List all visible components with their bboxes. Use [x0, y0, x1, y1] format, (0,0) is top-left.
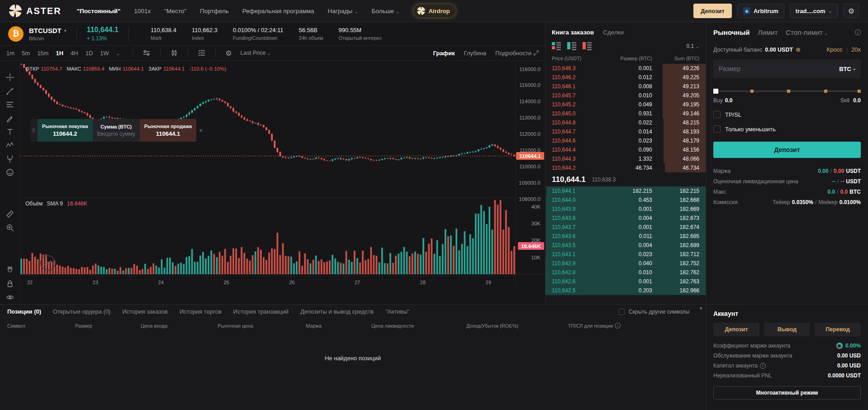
zoom-in-icon[interactable]	[3, 221, 17, 234]
drag-handle-icon[interactable]: ⣿	[30, 119, 38, 142]
eye-icon[interactable]	[3, 291, 17, 304]
size-slider[interactable]	[713, 88, 861, 94]
submit-deposit-button[interactable]: Депозит	[713, 142, 861, 158]
wallet-button[interactable]: trad....com ⌄	[790, 4, 838, 18]
positions-tab-1[interactable]: Открытые ордера (0)	[53, 308, 110, 315]
chart-view-tab-2[interactable]: Подробности	[495, 50, 531, 57]
positions-tab-2[interactable]: История заказов	[122, 308, 167, 315]
account-button-2[interactable]: Перевод	[815, 323, 861, 336]
lock-icon[interactable]	[3, 277, 17, 291]
slider-mark-50[interactable]	[787, 90, 790, 93]
bid-row[interactable]: 110,643.50.004182.689	[545, 241, 706, 250]
emoji-icon[interactable]	[3, 166, 17, 179]
margin-mode-button[interactable]: Кросс	[827, 46, 843, 53]
bid-row[interactable]: 110,643.10.023182.712	[545, 250, 706, 259]
hide-symbols-checkbox[interactable]	[619, 309, 625, 315]
ask-row[interactable]: 110,646.30.00149.226	[545, 64, 706, 73]
nav-item-1[interactable]: 1001x	[134, 8, 151, 14]
reduce-only-checkbox-row[interactable]: Только уменьшить	[713, 125, 861, 133]
tpsl-checkbox-row[interactable]: TP/SL	[713, 111, 861, 118]
magnet-icon[interactable]	[3, 263, 17, 277]
timeframe-4H[interactable]: 4H	[71, 50, 78, 57]
bid-row[interactable]: 110,642.60.001182.763	[545, 277, 706, 286]
fib-lines-icon[interactable]	[3, 98, 17, 111]
price-source-dropdown[interactable]: Last Price ⌄	[241, 50, 271, 56]
precision-dropdown[interactable]: 0.1 ⌄	[687, 43, 699, 49]
positions-tab-5[interactable]: Депозиты и вывод средств	[300, 308, 374, 315]
brand[interactable]: ASTER	[9, 5, 62, 17]
network-button[interactable]: ◆ Arbitrum	[737, 4, 784, 18]
timeframe-15m[interactable]: 15m	[37, 50, 48, 57]
indicators-icon[interactable]	[198, 49, 206, 57]
deposit-button[interactable]: Депозит	[693, 4, 732, 18]
ask-row[interactable]: 110,646.10.00849.213	[545, 82, 706, 91]
positions-tab-0[interactable]: Позиции (0)	[7, 308, 41, 315]
tpsl-checkbox[interactable]	[713, 111, 721, 118]
crosshair-icon[interactable]	[3, 71, 17, 84]
reduce-only-checkbox[interactable]	[713, 125, 721, 133]
size-input[interactable]: Размер BTC▾	[713, 59, 861, 78]
timeframe-1D[interactable]: 1D	[85, 50, 93, 57]
ask-row[interactable]: 110,645.00.93149.146	[545, 109, 706, 118]
ask-row[interactable]: 110,645.20.04949.195	[545, 100, 706, 109]
transfer-plus-icon[interactable]: ⊕	[796, 46, 801, 53]
slider-mark-25[interactable]	[750, 90, 754, 93]
fullscreen-icon[interactable]: ⤢	[533, 49, 539, 57]
nav-item-5[interactable]: Награды⌄	[328, 8, 358, 14]
symbol-selector[interactable]: BTCUSDT ▾	[29, 27, 66, 34]
settings-button[interactable]: ⚙	[844, 4, 859, 18]
orderbook-tab-0[interactable]: Книга заказов	[552, 29, 594, 36]
order-type-tab-0[interactable]: Рыночный	[713, 29, 749, 36]
book-view-bids-icon[interactable]	[567, 42, 576, 50]
info-icon[interactable]	[855, 29, 861, 35]
chart-view-tab-1[interactable]: Глубина	[464, 50, 486, 57]
chart-preferences-icon[interactable]: ⚙	[225, 49, 232, 57]
orderbook-mid-row[interactable]: 110,644.1 110,638.3	[545, 172, 706, 186]
airdrop-button[interactable]: Airdrop	[413, 4, 456, 18]
ask-row[interactable]: 110,644.246.73446.734	[545, 163, 706, 172]
hide-other-symbols-toggle[interactable]: Скрыть другие символы	[619, 309, 689, 315]
size-unit-dropdown[interactable]: BTC▾	[839, 66, 855, 72]
timeframe-5m[interactable]: 5m	[22, 50, 30, 57]
trend-line-icon[interactable]	[3, 84, 17, 98]
nav-item-0[interactable]: "Постоянный"	[77, 8, 121, 14]
ask-row[interactable]: 110,644.40.09048.156	[545, 145, 706, 154]
chart-view-tab-0[interactable]: График	[433, 50, 455, 57]
bid-row[interactable]: 110,644.00.453182.668	[545, 195, 706, 205]
slider-mark-75[interactable]	[824, 90, 827, 93]
bid-row[interactable]: 110,642.90.040182.752	[545, 259, 706, 268]
ask-row[interactable]: 110,644.31.33248.066	[545, 154, 706, 163]
bid-row[interactable]: 110,643.60.011182.685	[545, 232, 706, 241]
nav-item-2[interactable]: "Место"	[164, 8, 186, 14]
account-button-0[interactable]: Депозит	[713, 323, 759, 336]
timeframe-1m[interactable]: 1m	[6, 50, 14, 57]
orderbook-tab-1[interactable]: Сделки	[603, 29, 624, 36]
ask-row[interactable]: 110,645.70.01049.205	[545, 91, 706, 100]
amount-input[interactable]: Сумма (BTC) Введите сумму	[93, 119, 140, 142]
leverage-button[interactable]: 20x	[851, 46, 861, 53]
candle-style-icon[interactable]	[170, 49, 178, 57]
close-icon[interactable]: ×	[199, 127, 203, 134]
pitchfork-icon[interactable]	[3, 152, 17, 166]
ask-row[interactable]: 110,646.20.01249.225	[545, 73, 706, 82]
info-icon[interactable]	[760, 363, 766, 369]
text-icon[interactable]	[3, 125, 17, 138]
nav-item-3[interactable]: Портфель	[200, 8, 229, 14]
ask-row[interactable]: 110,644.70.01448.193	[545, 127, 706, 136]
bid-row[interactable]: 110,642.80.010182.762	[545, 268, 706, 277]
book-view-both-icon[interactable]	[552, 42, 561, 50]
brush-icon[interactable]	[3, 111, 17, 125]
bid-row[interactable]: 110,644.1182.215182.215	[545, 186, 706, 195]
ask-row[interactable]: 110,644.80.02248.215	[545, 118, 706, 127]
xabcd-pattern-icon[interactable]	[3, 138, 17, 152]
bid-row[interactable]: 110,642.50.203182.966	[545, 286, 706, 295]
market-sell-button[interactable]: Рыночная продажа 110644.1	[140, 119, 197, 142]
timeframe-more[interactable]: ⌄	[116, 50, 120, 57]
book-view-asks-icon[interactable]	[583, 42, 592, 50]
positions-tab-3[interactable]: История торгов	[180, 308, 222, 315]
multi-asset-mode-button[interactable]: Многоактивный режим	[713, 386, 861, 400]
bid-row[interactable]: 110,643.80.004182.673	[545, 214, 706, 223]
slider-thumb[interactable]	[713, 89, 718, 94]
chart-canvas[interactable]: ОТКР110754.7 МАКС110859.4 МИН110644.1 ЗА…	[20, 61, 545, 289]
chart-settings-icon[interactable]	[142, 49, 151, 57]
